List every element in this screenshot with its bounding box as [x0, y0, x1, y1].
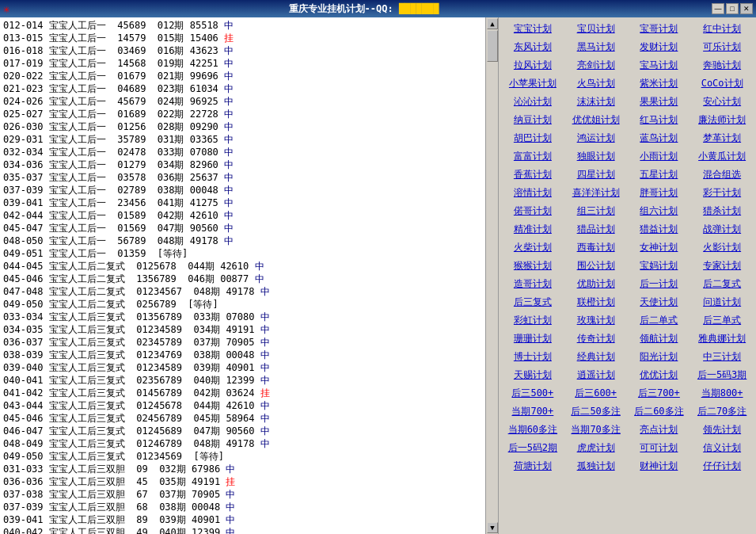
plan-link[interactable]: 蓝鸟计划 [629, 130, 690, 147]
plan-link[interactable]: 孤独计划 [565, 458, 627, 475]
qq-link[interactable]: ███████ [399, 3, 439, 14]
plan-link[interactable]: 彩干计划 [691, 185, 753, 201]
plan-link[interactable]: 猴猴计划 [502, 257, 564, 274]
plan-link[interactable]: 果果计划 [629, 93, 690, 110]
plan-link[interactable]: 组三计划 [565, 203, 627, 219]
plan-link[interactable]: 逍遥计划 [565, 367, 627, 383]
plan-link[interactable]: 优优姐计划 [565, 112, 627, 128]
plan-link[interactable]: 胡巴计划 [502, 130, 564, 147]
plan-link[interactable]: 珊珊计划 [502, 330, 564, 347]
plan-link[interactable]: 后三500+ [502, 385, 564, 402]
plan-link[interactable]: 香蕉计划 [502, 166, 564, 183]
plan-link[interactable]: 猎品计划 [565, 221, 627, 238]
plan-link[interactable]: 宝宝计划 [502, 21, 564, 37]
plan-link[interactable]: 后一5码2期 [502, 440, 564, 456]
plan-link[interactable]: 富富计划 [502, 148, 564, 165]
plan-link[interactable]: 当期700+ [502, 403, 564, 420]
plan-link[interactable]: 鸿运计划 [565, 130, 627, 147]
plan-link[interactable]: 亮剑计划 [565, 57, 627, 74]
plan-link[interactable]: 彩虹计划 [502, 312, 564, 329]
plan-link[interactable]: 小黄瓜计划 [691, 148, 753, 165]
plan-link[interactable]: 发财计划 [629, 39, 690, 55]
plan-link[interactable]: 可可计划 [629, 440, 690, 456]
plan-link[interactable]: CoCo计划 [691, 75, 753, 92]
plan-link[interactable]: 可乐计划 [691, 39, 753, 55]
plan-link[interactable]: 虎虎计划 [565, 440, 627, 456]
scrollbar[interactable]: ▲ ▼ [485, 17, 498, 534]
plan-link[interactable]: 小雨计划 [629, 148, 690, 165]
plan-link[interactable]: 宝马计划 [629, 57, 690, 74]
plan-link[interactable]: 胖哥计划 [629, 185, 690, 201]
plan-link[interactable]: 奔驰计划 [691, 57, 753, 74]
plan-link[interactable]: 西毒计划 [565, 239, 627, 256]
plan-link[interactable]: 后一5码3期 [691, 367, 753, 383]
plan-link[interactable]: 纳豆计划 [502, 112, 564, 128]
plan-link[interactable]: 东风计划 [502, 39, 564, 55]
plan-link[interactable]: 当期60多注 [502, 421, 564, 438]
plan-link[interactable]: 火鸟计划 [565, 75, 627, 92]
plan-link[interactable]: 信义计划 [691, 440, 753, 456]
plan-link[interactable]: 当期70多注 [565, 421, 627, 438]
plan-link[interactable]: 偌哥计划 [502, 203, 564, 219]
plan-link[interactable]: 后三单式 [691, 312, 753, 329]
plan-link[interactable]: 五星计划 [629, 166, 690, 183]
plan-link[interactable]: 四星计划 [565, 166, 627, 183]
plan-link[interactable]: 天赐计划 [502, 367, 564, 383]
plan-link[interactable]: 战弹计划 [691, 221, 753, 238]
plan-link[interactable]: 博士计划 [502, 349, 564, 365]
plan-link[interactable]: 领航计划 [629, 330, 690, 347]
plan-link[interactable]: 猎益计划 [629, 221, 690, 238]
plan-link[interactable]: 后二50多注 [565, 403, 627, 420]
plan-link[interactable]: 当期800+ [691, 385, 753, 402]
plan-link[interactable]: 雅典娜计划 [691, 330, 753, 347]
plan-link[interactable]: 造哥计划 [502, 276, 564, 292]
plan-link[interactable]: 红马计划 [629, 112, 690, 128]
plan-link[interactable]: 喜洋洋计划 [565, 185, 627, 201]
plan-link[interactable]: 优优计划 [629, 367, 690, 383]
plan-link[interactable]: 后二复式 [691, 276, 753, 292]
plan-link[interactable]: 经典计划 [565, 349, 627, 365]
plan-link[interactable]: 领先计划 [691, 421, 753, 438]
plan-link[interactable]: 红中计划 [691, 21, 753, 37]
plan-link[interactable]: 荷塘计划 [502, 458, 564, 475]
plan-link[interactable]: 后三600+ [565, 385, 627, 402]
maximize-button[interactable]: □ [726, 3, 739, 14]
plan-link[interactable]: 后二70多注 [691, 403, 753, 420]
plan-link[interactable]: 廉法师计划 [691, 112, 753, 128]
plan-link[interactable]: 亮点计划 [629, 421, 690, 438]
plan-link[interactable]: 围公计划 [565, 257, 627, 274]
plan-link[interactable]: 优助计划 [565, 276, 627, 292]
plan-link[interactable]: 后二单式 [629, 312, 690, 329]
plan-link[interactable]: 后二60多注 [629, 403, 690, 420]
plan-link[interactable]: 宝哥计划 [629, 21, 690, 37]
plan-link[interactable]: 安心计划 [691, 93, 753, 110]
plan-link[interactable]: 阳光计划 [629, 349, 690, 365]
plan-link[interactable]: 黑马计划 [565, 39, 627, 55]
plan-link[interactable]: 沁沁计划 [502, 93, 564, 110]
plan-link[interactable]: 天使计划 [629, 294, 690, 311]
plan-link[interactable]: 沫沫计划 [565, 93, 627, 110]
minimize-button[interactable]: — [712, 3, 724, 14]
plan-link[interactable]: 玫瑰计划 [565, 312, 627, 329]
close-button[interactable]: ✕ [740, 3, 753, 14]
plan-link[interactable]: 组六计划 [629, 203, 690, 219]
plan-link[interactable]: 后三700+ [629, 385, 690, 402]
plan-link[interactable]: 混合组选 [691, 166, 753, 183]
plan-link[interactable]: 仔仔计划 [691, 458, 753, 475]
plan-link[interactable]: 火柴计划 [502, 239, 564, 256]
plan-link[interactable]: 传奇计划 [565, 330, 627, 347]
plan-link[interactable]: 宝妈计划 [629, 257, 690, 274]
plan-link[interactable]: 小苹果计划 [502, 75, 564, 92]
plan-link[interactable]: 财神计划 [629, 458, 690, 475]
plan-link[interactable]: 火影计划 [691, 239, 753, 256]
plan-link[interactable]: 梦革计划 [691, 130, 753, 147]
plan-link[interactable]: 独眼计划 [565, 148, 627, 165]
plan-link[interactable]: 后一计划 [629, 276, 690, 292]
scrollbar-thumb[interactable] [487, 30, 498, 62]
plan-link[interactable]: 溶情计划 [502, 185, 564, 201]
plan-link[interactable]: 联橙计划 [565, 294, 627, 311]
plan-link[interactable]: 宝贝计划 [565, 21, 627, 37]
plan-link[interactable]: 紫米计划 [629, 75, 690, 92]
plan-link[interactable]: 专家计划 [691, 257, 753, 274]
plan-link[interactable]: 女神计划 [629, 239, 690, 256]
